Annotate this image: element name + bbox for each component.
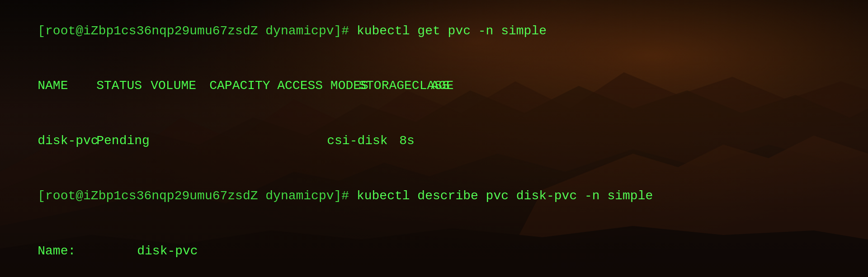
cmd-1: kubectl get pvc -n simple [349,24,547,38]
pvc-storageclass-cell: csi-disk [327,132,399,150]
pvc-table-header: NAMESTATUSVOLUMECAPACITYACCESS MODESSTOR… [7,59,861,114]
col-access-header: ACCESS MODES [277,77,359,95]
col-storage-header: STORAGECLASS [359,77,431,95]
col-status-header: STATUS [96,77,151,95]
col-name-header: NAME [38,77,96,95]
pvc-status-cell: Pending [96,132,151,150]
name-label: Name: [38,242,137,261]
command-line-1: [root@iZbp1cs36nqp29umu67zsdZ dynamicpv]… [7,4,861,59]
name-val: disk-pvc [137,244,198,258]
command-line-2: [root@iZbp1cs36nqp29umu67zsdZ dynamicpv]… [7,169,861,224]
cmd-2: kubectl describe pvc disk-pvc -n simple [349,189,653,203]
pvc-table-row: disk-pvcPendingcsi-disk8s [7,114,861,169]
pvc-age-cell: 8s [399,132,435,150]
describe-name-line: Name:disk-pvc [7,224,861,277]
col-age-header: AGE [431,77,467,95]
col-volume-header: VOLUME [151,77,209,95]
col-capacity-header: CAPACITY [209,77,277,95]
prompt-2: [root@iZbp1cs36nqp29umu67zsdZ dynamicpv]… [38,189,349,203]
pvc-name-cell: disk-pvc [38,132,96,150]
prompt-1: [root@iZbp1cs36nqp29umu67zsdZ dynamicpv]… [38,24,349,38]
